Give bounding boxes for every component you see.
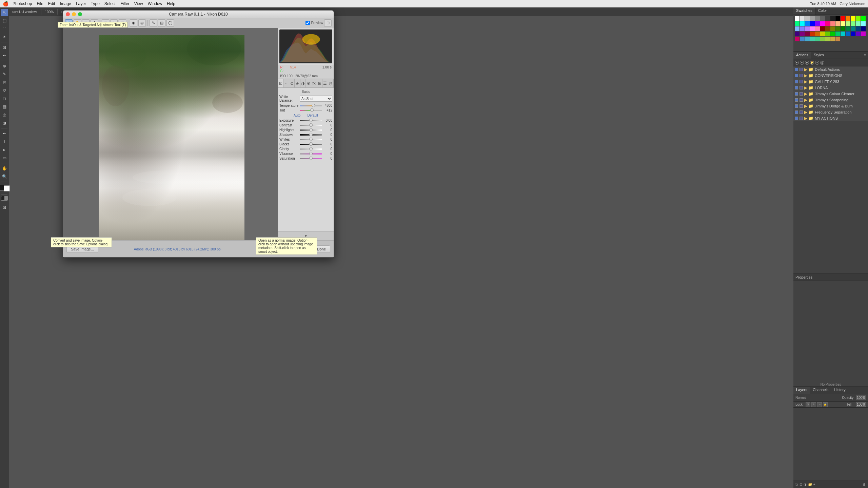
swatch-item[interactable] (820, 37, 825, 41)
opacity-input[interactable] (856, 395, 866, 400)
auto-link[interactable]: Auto (294, 114, 301, 117)
swatch-item[interactable] (851, 26, 855, 31)
actions-play-btn[interactable]: ▶ (805, 61, 809, 65)
slider-thumb-shadows[interactable] (309, 133, 313, 136)
screen-mode-btn[interactable]: ⊡ (1, 204, 8, 211)
slider-thumb-contrast[interactable] (309, 123, 313, 127)
styles-tab[interactable]: Styles (811, 52, 827, 59)
action-checkbox[interactable] (795, 110, 798, 114)
layer-new-btn[interactable]: + (813, 483, 815, 486)
cr-zoom-btn[interactable] (78, 12, 82, 16)
layer-mask-btn[interactable]: ⊡ (800, 483, 802, 486)
zoom-level[interactable]: 100% (44, 10, 55, 14)
actions-new-action-btn[interactable]: + (815, 61, 819, 65)
pen-tool[interactable]: ✒ (1, 130, 8, 137)
swatch-item[interactable] (851, 21, 855, 26)
tint-track[interactable] (300, 110, 322, 111)
layer-adj-btn[interactable]: ◑ (804, 483, 807, 486)
swatch-item[interactable] (856, 32, 861, 36)
slider-thumb-clarity[interactable] (309, 147, 313, 150)
lock-position-btn[interactable]: ↔ (817, 402, 822, 407)
slider-thumb-blacks[interactable] (309, 142, 313, 146)
background-color[interactable] (4, 185, 10, 191)
swatch-item[interactable] (805, 37, 810, 41)
swatch-item[interactable] (820, 32, 825, 36)
cr-lens-icon[interactable]: ⊗ (306, 79, 311, 87)
swatch-item[interactable] (815, 21, 820, 26)
menu-edit[interactable]: Edit (48, 1, 55, 6)
preview-checkbox[interactable] (305, 21, 310, 25)
action-set-item[interactable]: ▶ 📁 CONVERSIONS (793, 73, 868, 79)
slider-track-vibrance[interactable] (300, 153, 322, 155)
slider-track-whites[interactable] (300, 139, 322, 140)
swatch-item[interactable] (795, 16, 800, 21)
history-brush-tool[interactable]: ↺ (1, 87, 8, 94)
action-checkbox[interactable] (795, 104, 798, 108)
cr-graduated-filter-tool[interactable]: ▤ (158, 19, 165, 27)
default-link[interactable]: Default (307, 114, 318, 117)
swatch-item[interactable] (815, 32, 820, 36)
menu-image[interactable]: Image (60, 1, 71, 6)
swatch-item[interactable] (805, 32, 810, 36)
layer-group-btn[interactable]: 📁 (808, 483, 812, 486)
lock-image-btn[interactable]: ✎ (811, 402, 816, 407)
action-set-item[interactable]: ▶ 📁 LORNA (793, 85, 868, 91)
swatch-item[interactable] (800, 26, 805, 31)
gradient-tool[interactable]: ▦ (1, 103, 8, 110)
action-set-item[interactable]: ▶ 📁 Jimmy's Colour Cleaner (793, 91, 868, 97)
layers-tab[interactable]: Layers (793, 387, 810, 394)
menu-type[interactable]: Type (91, 1, 100, 6)
blur-tool[interactable]: ◎ (1, 111, 8, 119)
eyedropper-tool[interactable]: ✒ (1, 52, 8, 59)
cr-detail-icon[interactable]: ⊙ (289, 79, 295, 87)
slider-track-blacks[interactable] (300, 144, 322, 145)
swatch-item[interactable] (830, 21, 835, 26)
swatch-item[interactable] (835, 37, 840, 41)
preview-label[interactable]: Preview (305, 21, 323, 25)
swatch-item[interactable] (810, 32, 815, 36)
action-checkbox[interactable] (795, 92, 798, 96)
swatch-item[interactable] (835, 26, 840, 31)
move-tool[interactable]: ↖ (1, 9, 8, 16)
swatch-item[interactable] (841, 32, 845, 36)
swatch-item[interactable] (795, 32, 800, 36)
swatch-item[interactable] (846, 16, 850, 21)
menu-help[interactable]: Help (167, 1, 175, 6)
swatch-item[interactable] (810, 21, 815, 26)
action-set-item[interactable]: ▶ 📁 Jimmy's Sharpening (793, 97, 868, 103)
swatch-item[interactable] (795, 37, 800, 41)
cr-calibration-icon[interactable]: ⊞ (317, 79, 322, 87)
swatch-item[interactable] (800, 21, 805, 26)
menu-window[interactable]: Window (148, 1, 162, 6)
temp-track[interactable] (300, 105, 322, 106)
fill-input[interactable] (856, 402, 866, 407)
wb-select[interactable]: As Shot (300, 96, 332, 102)
layer-fx-btn[interactable]: fx (795, 483, 798, 486)
swatch-item[interactable] (805, 21, 810, 26)
slider-thumb-vibrance[interactable] (309, 152, 313, 155)
action-checkbox[interactable] (795, 98, 798, 102)
swatch-item[interactable] (830, 37, 835, 41)
cr-image-area[interactable] (63, 28, 278, 240)
cr-spot-removal-tool[interactable]: ◉ (130, 19, 137, 27)
action-checkbox[interactable] (795, 68, 798, 71)
swatch-item[interactable] (861, 32, 866, 36)
action-set-item[interactable]: ▶ 📁 MY ACTIONS (793, 115, 868, 121)
actions-new-set-btn[interactable]: 📁 (810, 61, 814, 65)
swatch-item[interactable] (846, 32, 850, 36)
tint-thumb[interactable] (310, 108, 314, 112)
menu-file[interactable]: File (37, 1, 43, 6)
slider-thumb-highlights[interactable] (309, 128, 313, 131)
cr-minimize-btn[interactable] (72, 12, 76, 16)
actions-tab[interactable]: Actions (793, 52, 811, 59)
cr-presets-icon[interactable]: ☰ (322, 79, 328, 87)
swatch-item[interactable] (810, 26, 815, 31)
swatch-item[interactable] (835, 32, 840, 36)
swatch-item[interactable] (835, 21, 840, 26)
lasso-tool[interactable]: ⌒ (1, 25, 8, 33)
swatch-item[interactable] (861, 16, 866, 21)
action-set-item[interactable]: ▶ 📁 Frequency Separation (793, 109, 868, 115)
zoom-tool[interactable]: 🔍 (1, 173, 8, 180)
menu-layer[interactable]: Layer (76, 1, 86, 6)
actions-stop-btn[interactable]: ■ (795, 61, 799, 65)
